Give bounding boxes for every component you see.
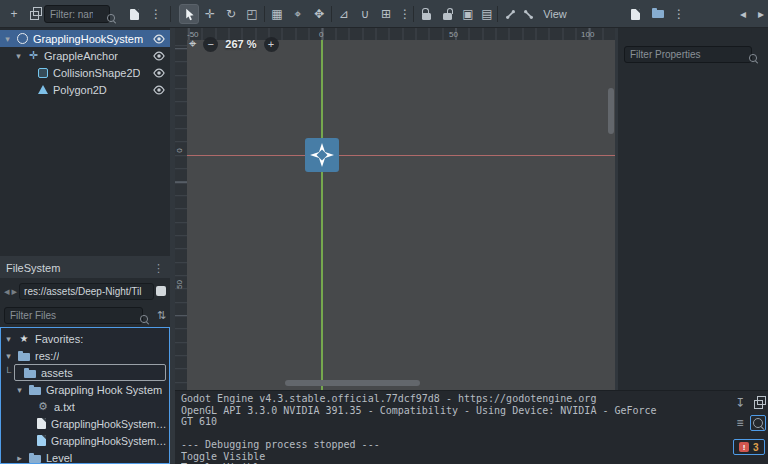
rotate-tool-button[interactable]: ↻ [221, 4, 241, 24]
visibility-toggle[interactable] [152, 66, 166, 80]
pan-icon: ✥ [314, 7, 324, 21]
attach-script-button[interactable] [124, 4, 144, 24]
history-forward-button[interactable]: ▸ [751, 4, 768, 24]
marker2d-icon: ✛ [28, 49, 39, 62]
fs-row-tscn-scene[interactable]: GrapplingHookSystem.tscn [1, 432, 169, 449]
zoom-level[interactable]: 267 % [225, 38, 256, 50]
open-folder-button[interactable] [648, 4, 668, 24]
collapse-icon[interactable]: ▾ [3, 34, 12, 44]
filesystem-tree[interactable]: ▾ ★ Favorites: ▾ res:// └ assets ▾ Grapp… [0, 327, 170, 464]
history-back-button[interactable]: ◂ [733, 4, 753, 24]
viewport-2d[interactable]: -50 0 50 100 0 50 ⌖ − 267 % + [175, 28, 615, 390]
collapse-icon[interactable]: ▾ [4, 334, 13, 344]
collapse-icon[interactable]: ▾ [15, 385, 24, 395]
ruler-tool-button[interactable]: ⊿ [334, 4, 354, 24]
visibility-toggle[interactable] [152, 49, 166, 63]
sort-files-button[interactable]: ⇅ [157, 309, 166, 322]
gear-icon: ⚙ [37, 400, 49, 413]
pivot-tool-button[interactable]: ⌖ [288, 4, 308, 24]
smart-snap-button[interactable]: ∪ [355, 4, 375, 24]
scene-tree-menu-button[interactable]: ⋮ [146, 4, 166, 24]
eye-icon [152, 49, 166, 63]
scene-node-label: GrapplingHookSystem [33, 33, 143, 45]
file-filter-wrap [4, 306, 153, 324]
select-tool-button[interactable] [179, 4, 199, 24]
fs-item-label: res:// [35, 350, 59, 362]
expand-icon[interactable]: ▸ [15, 453, 24, 463]
unlock-node-button[interactable] [437, 4, 457, 24]
unlock-icon [443, 13, 452, 20]
inspector-dock [618, 28, 768, 390]
fs-row-res-root[interactable]: ▾ res:// [1, 347, 169, 364]
inspector-filter-input[interactable] [624, 46, 752, 63]
horizontal-scrollbar[interactable] [285, 380, 420, 386]
cursor-icon [183, 8, 196, 21]
h-origin-line [187, 155, 615, 157]
toolbar-more-button[interactable]: ⋮ [669, 4, 689, 24]
select-region-button[interactable]: ▦ [267, 4, 287, 24]
nav-forward-button[interactable]: ▸ [12, 285, 18, 298]
path-breadcrumb[interactable]: res://assets/Deep-Night/Til [19, 283, 154, 300]
display-mode-toggle[interactable] [156, 286, 166, 296]
skeleton-options-button[interactable] [500, 4, 520, 24]
fs-row-level[interactable]: ▸ Level [1, 449, 169, 464]
fs-row-grappling-hook-system[interactable]: ▾ Grappling Hook System [1, 381, 169, 398]
visibility-toggle[interactable] [152, 83, 166, 97]
fs-row-a-txt[interactable]: ⚙ a.txt [1, 398, 169, 415]
center-view-icon[interactable]: ⌖ [189, 36, 196, 52]
snap-options-button[interactable]: ⋮ [395, 4, 415, 24]
visibility-toggle[interactable] [152, 32, 166, 46]
polygon-icon [38, 85, 48, 94]
fs-row-assets[interactable]: └ assets [1, 364, 169, 381]
skeleton-make-bones-button[interactable] [518, 4, 538, 24]
instance-scene-button[interactable] [24, 4, 44, 24]
fs-row-favorites[interactable]: ▾ ★ Favorites: [1, 330, 169, 347]
view-menu-button[interactable]: View [538, 4, 572, 24]
error-count-badge[interactable]: ! 3 [733, 439, 765, 455]
zoom-in-button[interactable]: + [264, 37, 279, 52]
bone-icon [522, 8, 535, 21]
eye-icon [152, 66, 166, 80]
fs-focused-item[interactable]: assets [14, 364, 166, 381]
copy-icon [754, 400, 763, 409]
toolbar-separator [170, 6, 171, 22]
filesystem-menu-button[interactable]: ⋮ [153, 262, 164, 275]
lock-node-button[interactable] [416, 4, 436, 24]
new-doc-icon [631, 9, 640, 20]
scene-node-row-polygon2d[interactable]: Polygon2D [0, 81, 170, 98]
zoom-out-button[interactable]: − [203, 37, 218, 52]
move-tool-button[interactable]: ✛ [200, 4, 220, 24]
nav-back-button[interactable]: ◂ [4, 285, 10, 298]
ruler-tick-label: 0 [319, 30, 323, 39]
scene-node-row-collisionshape2d[interactable]: CollisionShape2D [0, 64, 170, 81]
filter-messages-button[interactable]: ≡ [732, 415, 748, 431]
scene-node-row-grappleanchor[interactable]: ▾ ✛ GrappleAnchor [0, 47, 170, 64]
scale-tool-button[interactable]: ◰ [242, 4, 262, 24]
scene-node-row-grapplinghooksystem[interactable]: ▾ GrapplingHookSystem [0, 30, 170, 47]
link-scene-icon [30, 11, 39, 20]
search-log-button[interactable] [750, 415, 766, 431]
tree-guide-icon: └ [4, 367, 11, 378]
zoom-controls: ⌖ − 267 % + [189, 36, 279, 52]
add-node-button[interactable]: + [4, 4, 24, 24]
copy-log-button[interactable] [750, 395, 766, 411]
collapse-icon[interactable]: ▾ [14, 51, 23, 61]
vertical-scrollbar[interactable] [608, 88, 614, 134]
ungroup-node-button[interactable]: ▤ [477, 4, 497, 24]
grid-snap-button[interactable]: ⊞ [376, 4, 396, 24]
godot-editor-window: + ⋮ ✛ ↻ ◰ ▦ ⌖ ✥ ⊿ ∪ ⊞ ⋮ ▣ ▤ [0, 0, 768, 464]
fs-item-label: GrapplingHookSystem.gd [51, 418, 169, 430]
file-filter-input[interactable] [4, 307, 143, 324]
save-log-button[interactable]: ↧ [732, 395, 748, 411]
folder-icon [29, 387, 41, 395]
filesystem-nav-row: ◂ ▸ res://assets/Deep-Night/Til [0, 280, 170, 302]
new-resource-button[interactable] [625, 4, 645, 24]
group-node-button[interactable]: ▣ [458, 4, 478, 24]
scene-filter-input[interactable] [44, 5, 110, 23]
anchor-node-gizmo[interactable] [305, 138, 339, 172]
fs-row-gd-script[interactable]: GrapplingHookSystem.gd [1, 415, 169, 432]
collapse-icon[interactable]: ▾ [4, 351, 13, 361]
node-icon [17, 33, 28, 44]
current-path: res://assets/Deep-Night/Til [24, 286, 141, 297]
pan-tool-button[interactable]: ✥ [309, 4, 329, 24]
